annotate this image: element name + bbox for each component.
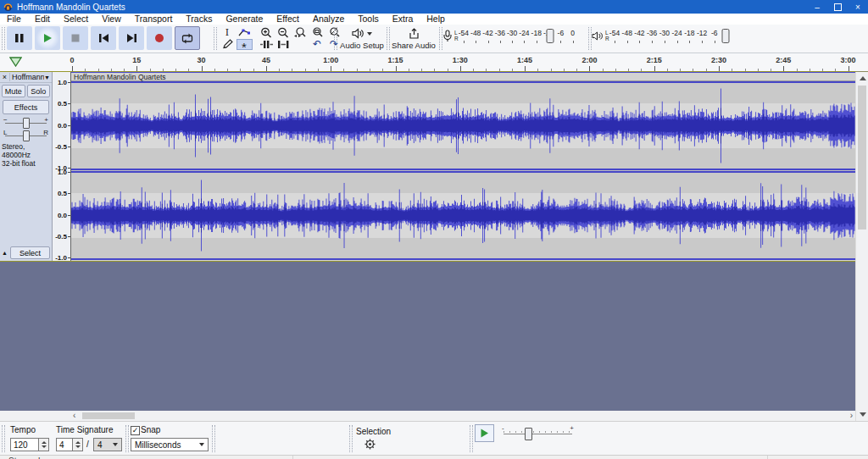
waveform-area[interactable]: Hoffmann Mandolin Quartets (71, 72, 855, 261)
tempo-spinner[interactable] (39, 438, 49, 451)
solo-button[interactable]: Solo (27, 85, 51, 97)
track-menu-caret-icon[interactable]: ▼ (44, 75, 52, 80)
menu-effect[interactable]: Effect (270, 14, 306, 25)
menu-generate[interactable]: Generate (219, 14, 270, 25)
selection-tool-button[interactable]: I (220, 27, 236, 38)
menu-analyze[interactable]: Analyze (306, 14, 351, 25)
gain-slider-thumb[interactable] (23, 118, 30, 129)
menu-edit[interactable]: Edit (28, 14, 57, 25)
menu-extra[interactable]: Extra (386, 14, 420, 25)
timeline-label: 2:00 (581, 56, 597, 64)
scroll-down-arrow-icon[interactable] (860, 412, 866, 417)
multi-tool-button[interactable]: * (236, 39, 253, 50)
timesig-numerator-input[interactable]: 4 (56, 438, 73, 451)
zoom-in-button[interactable] (259, 27, 275, 38)
menu-file[interactable]: File (0, 14, 28, 25)
menu-help[interactable]: Help (420, 14, 452, 25)
menu-transport[interactable]: Transport (128, 14, 180, 25)
timeline-major-tick (396, 66, 397, 71)
amplitude-scale-tick (68, 82, 70, 83)
horizontal-scrollbar-thumb[interactable] (82, 412, 135, 419)
track-close-button[interactable]: × (0, 73, 10, 81)
timeline-major-tick (202, 66, 203, 71)
restore-button[interactable] (827, 0, 848, 14)
menu-view[interactable]: View (95, 14, 128, 25)
horizontal-scrollbar[interactable]: ‹ › (0, 411, 855, 421)
timeline-minor-tick (124, 69, 125, 71)
timeline-minor-tick (188, 69, 189, 71)
skip-to-end-button[interactable] (119, 26, 144, 50)
zoom-selection-button[interactable] (292, 27, 309, 38)
toolbar-grabber[interactable] (125, 425, 129, 452)
meter-volume-slider-thumb[interactable] (722, 29, 730, 43)
meter-volume-slider-thumb[interactable] (546, 29, 554, 43)
select-track-button[interactable]: Select (10, 246, 50, 259)
envelope-tool-button[interactable] (236, 27, 253, 38)
waveform-channel-left[interactable] (71, 81, 855, 170)
scroll-up-arrow-icon[interactable] (860, 76, 866, 80)
selection-settings-gear-icon[interactable] (364, 439, 376, 450)
zoom-out-button[interactable] (275, 27, 292, 38)
skip-to-start-button[interactable] (91, 26, 116, 50)
menu-tools[interactable]: Tools (351, 14, 386, 25)
menu-tracks[interactable]: Tracks (179, 14, 219, 25)
toolbar-grabber[interactable] (470, 425, 473, 452)
timeline-minor-tick (641, 69, 642, 71)
meter-tick-mark (627, 41, 628, 43)
timesig-spinner[interactable] (73, 438, 83, 451)
waveform-channel-right[interactable] (71, 171, 855, 260)
snap-checkbox[interactable]: ✓ (131, 426, 140, 435)
toolbar-grabber[interactable] (2, 425, 5, 452)
toolbar-grabber[interactable] (334, 27, 337, 50)
recording-meter[interactable]: LR -54-48-42-36-30-24-18-12-60 (442, 27, 585, 44)
timeline-major-tick (783, 66, 784, 71)
timeline-minor-tick (732, 69, 732, 71)
vertical-scale-ruler[interactable]: 1.00.50.0-0.5-1.01.00.50.0-0.5-1.0 (53, 72, 71, 261)
trim-icon (260, 40, 273, 49)
vertical-scrollbar[interactable] (855, 72, 868, 421)
silence-selection-button[interactable] (275, 39, 292, 50)
menu-select[interactable]: Select (57, 14, 95, 25)
speed-slider-thumb[interactable] (525, 428, 532, 440)
play-at-speed-button[interactable] (475, 424, 494, 442)
toolbar-grabber[interactable] (349, 425, 353, 452)
mute-button[interactable]: Mute (2, 85, 25, 97)
track-canvas-empty[interactable] (0, 262, 855, 411)
playback-meter[interactable]: LR -54-48-42-36-30-24-18-12-60 (592, 27, 737, 44)
toolbar-grabber[interactable] (2, 27, 5, 50)
clip-title-bar[interactable]: Hoffmann Mandolin Quartets (71, 72, 855, 81)
pan-slider-thumb[interactable] (23, 130, 30, 141)
play-button[interactable] (35, 26, 60, 50)
effects-button[interactable]: Effects (3, 100, 49, 114)
pause-button[interactable] (7, 26, 32, 50)
tempo-input[interactable]: 120 (10, 438, 39, 451)
share-audio-button[interactable]: Share Audio (392, 26, 436, 50)
gain-slider[interactable]: − + (3, 116, 48, 127)
collapse-track-button[interactable]: ▲ (2, 250, 8, 256)
stop-button[interactable] (63, 26, 88, 50)
toolbar-grabber[interactable] (212, 425, 215, 452)
timesig-denominator-select[interactable]: 4 (93, 438, 122, 451)
timeline-ruler[interactable]: 01530451:001:151:301:452:002:152:302:453… (0, 53, 868, 72)
toolbar-grabber[interactable] (214, 27, 217, 50)
track-name[interactable]: Hoffmann M (10, 73, 44, 81)
meter-tick-mark (615, 41, 615, 43)
snap-mode-select[interactable]: Milliseconds (131, 438, 209, 451)
playback-speed-slider[interactable]: - + (502, 425, 574, 440)
audio-setup-button[interactable]: Audio Setup (339, 26, 385, 50)
toolbar-grabber[interactable] (387, 27, 390, 50)
meter-tick-label: -12 (697, 29, 707, 37)
pan-slider[interactable]: L R (3, 129, 48, 140)
vertical-scrollbar-thumb[interactable] (858, 86, 866, 230)
draw-tool-button[interactable] (220, 39, 236, 50)
undo-button[interactable]: ↶ (309, 39, 326, 50)
record-button[interactable] (147, 26, 172, 50)
meter-tick-label: -24 (519, 29, 529, 37)
close-button[interactable]: × (848, 0, 868, 14)
minimize-button[interactable]: – (807, 0, 827, 14)
scroll-left-arrow-icon[interactable]: ‹ (73, 411, 75, 421)
scroll-right-arrow-icon[interactable]: › (850, 411, 853, 421)
trim-outside-selection-button[interactable] (259, 39, 275, 50)
loop-button[interactable] (175, 26, 200, 50)
zoom-fit-project-button[interactable] (309, 27, 326, 38)
